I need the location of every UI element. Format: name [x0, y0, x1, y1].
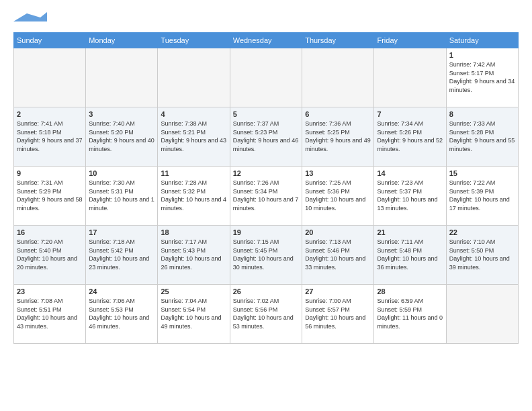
calendar-day	[374, 48, 446, 107]
day-info: Sunrise: 7:04 AM Sunset: 5:54 PM Dayligh…	[161, 297, 226, 330]
day-info: Sunrise: 7:02 AM Sunset: 5:56 PM Dayligh…	[233, 297, 299, 330]
day-info: Sunrise: 7:28 AM Sunset: 5:32 PM Dayligh…	[161, 179, 226, 212]
page-container: SundayMondayTuesdayWednesdayThursdayFrid…	[0, 0, 532, 351]
calendar-day: 13Sunrise: 7:25 AM Sunset: 5:36 PM Dayli…	[302, 167, 374, 226]
logo	[13, 12, 47, 26]
day-info: Sunrise: 7:26 AM Sunset: 5:34 PM Dayligh…	[233, 179, 299, 212]
calendar-header-wednesday: Wednesday	[230, 33, 302, 48]
calendar-day: 5Sunrise: 7:37 AM Sunset: 5:23 PM Daylig…	[230, 107, 302, 167]
calendar-header-monday: Monday	[86, 33, 158, 48]
day-info: Sunrise: 7:08 AM Sunset: 5:51 PM Dayligh…	[17, 297, 83, 330]
calendar-day	[14, 48, 86, 107]
day-info: Sunrise: 7:00 AM Sunset: 5:57 PM Dayligh…	[305, 297, 371, 330]
day-number: 19	[233, 228, 299, 236]
day-number: 1	[449, 51, 515, 59]
calendar-day: 27Sunrise: 7:00 AM Sunset: 5:57 PM Dayli…	[302, 285, 374, 344]
calendar-day: 4Sunrise: 7:38 AM Sunset: 5:21 PM Daylig…	[158, 107, 230, 167]
day-number: 13	[305, 169, 371, 177]
day-info: Sunrise: 7:36 AM Sunset: 5:25 PM Dayligh…	[305, 120, 371, 153]
day-number: 10	[89, 169, 154, 177]
calendar-header-thursday: Thursday	[302, 33, 374, 48]
day-number: 16	[17, 228, 83, 236]
day-number: 17	[89, 228, 154, 236]
calendar-day	[302, 48, 374, 107]
day-number: 3	[89, 110, 154, 118]
calendar-day: 6Sunrise: 7:36 AM Sunset: 5:25 PM Daylig…	[302, 107, 374, 167]
day-info: Sunrise: 7:15 AM Sunset: 5:45 PM Dayligh…	[233, 238, 299, 271]
calendar-header-row: SundayMondayTuesdayWednesdayThursdayFrid…	[14, 33, 519, 48]
calendar-day: 26Sunrise: 7:02 AM Sunset: 5:56 PM Dayli…	[230, 285, 302, 344]
day-number: 20	[305, 228, 371, 236]
day-info: Sunrise: 7:25 AM Sunset: 5:36 PM Dayligh…	[305, 179, 371, 212]
header	[13, 12, 519, 26]
day-number: 4	[161, 110, 226, 118]
calendar-day: 15Sunrise: 7:22 AM Sunset: 5:39 PM Dayli…	[446, 167, 518, 226]
calendar-week-row: 2Sunrise: 7:41 AM Sunset: 5:18 PM Daylig…	[14, 107, 519, 167]
logo-icon	[13, 12, 47, 23]
calendar-day: 12Sunrise: 7:26 AM Sunset: 5:34 PM Dayli…	[230, 167, 302, 226]
calendar-day: 10Sunrise: 7:30 AM Sunset: 5:31 PM Dayli…	[86, 167, 158, 226]
day-number: 11	[161, 169, 226, 177]
day-number: 2	[17, 110, 83, 118]
calendar-day	[86, 48, 158, 107]
day-number: 5	[233, 110, 299, 118]
calendar-day: 9Sunrise: 7:31 AM Sunset: 5:29 PM Daylig…	[14, 167, 86, 226]
day-info: Sunrise: 7:31 AM Sunset: 5:29 PM Dayligh…	[17, 179, 83, 212]
day-number: 23	[17, 287, 83, 295]
calendar-day: 16Sunrise: 7:20 AM Sunset: 5:40 PM Dayli…	[14, 226, 86, 285]
calendar-day: 11Sunrise: 7:28 AM Sunset: 5:32 PM Dayli…	[158, 167, 230, 226]
calendar-header-sunday: Sunday	[14, 33, 86, 48]
calendar-header-saturday: Saturday	[446, 33, 518, 48]
calendar-day: 20Sunrise: 7:13 AM Sunset: 5:46 PM Dayli…	[302, 226, 374, 285]
day-number: 28	[377, 287, 443, 295]
calendar-day: 1Sunrise: 7:42 AM Sunset: 5:17 PM Daylig…	[446, 48, 518, 107]
calendar-week-row: 1Sunrise: 7:42 AM Sunset: 5:17 PM Daylig…	[14, 48, 519, 107]
day-info: Sunrise: 7:34 AM Sunset: 5:26 PM Dayligh…	[377, 120, 443, 153]
day-number: 25	[161, 287, 226, 295]
day-info: Sunrise: 7:13 AM Sunset: 5:46 PM Dayligh…	[305, 238, 371, 271]
calendar-day	[446, 285, 518, 344]
calendar-header-tuesday: Tuesday	[158, 33, 230, 48]
calendar-day: 8Sunrise: 7:33 AM Sunset: 5:28 PM Daylig…	[446, 107, 518, 167]
calendar-day	[158, 48, 230, 107]
calendar-day: 3Sunrise: 7:40 AM Sunset: 5:20 PM Daylig…	[86, 107, 158, 167]
day-info: Sunrise: 7:37 AM Sunset: 5:23 PM Dayligh…	[233, 120, 299, 153]
day-number: 12	[233, 169, 299, 177]
calendar-week-row: 9Sunrise: 7:31 AM Sunset: 5:29 PM Daylig…	[14, 167, 519, 226]
day-info: Sunrise: 7:06 AM Sunset: 5:53 PM Dayligh…	[89, 297, 154, 330]
day-info: Sunrise: 7:18 AM Sunset: 5:42 PM Dayligh…	[89, 238, 154, 271]
calendar-day: 17Sunrise: 7:18 AM Sunset: 5:42 PM Dayli…	[86, 226, 158, 285]
calendar-day: 18Sunrise: 7:17 AM Sunset: 5:43 PM Dayli…	[158, 226, 230, 285]
svg-marker-0	[13, 12, 47, 21]
day-number: 14	[377, 169, 443, 177]
calendar-day: 22Sunrise: 7:10 AM Sunset: 5:50 PM Dayli…	[446, 226, 518, 285]
calendar-day	[230, 48, 302, 107]
day-info: Sunrise: 7:42 AM Sunset: 5:17 PM Dayligh…	[449, 60, 515, 94]
day-info: Sunrise: 7:41 AM Sunset: 5:18 PM Dayligh…	[17, 120, 83, 153]
day-info: Sunrise: 6:59 AM Sunset: 5:59 PM Dayligh…	[377, 297, 443, 330]
day-number: 8	[449, 110, 515, 118]
calendar-day: 14Sunrise: 7:23 AM Sunset: 5:37 PM Dayli…	[374, 167, 446, 226]
day-number: 24	[89, 287, 154, 295]
day-number: 6	[305, 110, 371, 118]
day-number: 7	[377, 110, 443, 118]
calendar-header-friday: Friday	[374, 33, 446, 48]
calendar-day: 21Sunrise: 7:11 AM Sunset: 5:48 PM Dayli…	[374, 226, 446, 285]
day-info: Sunrise: 7:17 AM Sunset: 5:43 PM Dayligh…	[161, 238, 226, 271]
day-info: Sunrise: 7:30 AM Sunset: 5:31 PM Dayligh…	[89, 179, 154, 212]
day-info: Sunrise: 7:20 AM Sunset: 5:40 PM Dayligh…	[17, 238, 83, 271]
day-info: Sunrise: 7:38 AM Sunset: 5:21 PM Dayligh…	[161, 120, 226, 153]
day-info: Sunrise: 7:10 AM Sunset: 5:50 PM Dayligh…	[449, 238, 515, 271]
calendar-day: 19Sunrise: 7:15 AM Sunset: 5:45 PM Dayli…	[230, 226, 302, 285]
calendar-week-row: 16Sunrise: 7:20 AM Sunset: 5:40 PM Dayli…	[14, 226, 519, 285]
calendar-day: 24Sunrise: 7:06 AM Sunset: 5:53 PM Dayli…	[86, 285, 158, 344]
day-number: 22	[449, 228, 515, 236]
day-number: 27	[305, 287, 371, 295]
calendar-day: 7Sunrise: 7:34 AM Sunset: 5:26 PM Daylig…	[374, 107, 446, 167]
day-number: 21	[377, 228, 443, 236]
day-info: Sunrise: 7:40 AM Sunset: 5:20 PM Dayligh…	[89, 120, 154, 153]
day-number: 26	[233, 287, 299, 295]
calendar-week-row: 23Sunrise: 7:08 AM Sunset: 5:51 PM Dayli…	[14, 285, 519, 344]
day-number: 18	[161, 228, 226, 236]
calendar-day: 23Sunrise: 7:08 AM Sunset: 5:51 PM Dayli…	[14, 285, 86, 344]
